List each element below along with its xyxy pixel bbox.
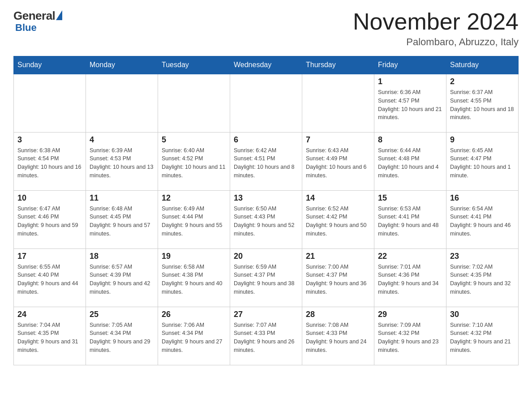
day-number: 2 (450, 77, 515, 86)
week-row-4: 17Sunrise: 6:55 AMSunset: 4:40 PMDayligh… (14, 248, 519, 307)
day-number: 20 (234, 252, 298, 261)
day-number: 1 (378, 77, 442, 86)
day-number: 16 (450, 193, 515, 203)
day-number: 23 (450, 252, 515, 261)
day-info: Sunrise: 6:58 AMSunset: 4:38 PMDaylight:… (162, 263, 226, 296)
day-of-week-thursday: Thursday (302, 56, 374, 74)
day-number: 12 (162, 193, 226, 203)
day-info: Sunrise: 6:57 AMSunset: 4:39 PMDaylight:… (90, 263, 154, 296)
calendar-cell: 14Sunrise: 6:52 AMSunset: 4:42 PMDayligh… (302, 190, 374, 248)
calendar-cell: 19Sunrise: 6:58 AMSunset: 4:38 PMDayligh… (158, 248, 230, 307)
day-info: Sunrise: 7:07 AMSunset: 4:33 PMDaylight:… (234, 321, 298, 355)
logo-blue-text: Blue (15, 22, 37, 34)
calendar-cell: 16Sunrise: 6:54 AMSunset: 4:41 PMDayligh… (446, 190, 519, 248)
day-number: 8 (378, 135, 442, 145)
day-info: Sunrise: 6:37 AMSunset: 4:55 PMDaylight:… (450, 88, 515, 122)
calendar-cell: 2Sunrise: 6:37 AMSunset: 4:55 PMDaylight… (446, 74, 519, 132)
day-number: 27 (234, 310, 298, 319)
day-info: Sunrise: 6:55 AMSunset: 4:40 PMDaylight:… (17, 263, 82, 296)
day-number: 25 (90, 310, 154, 319)
day-of-week-monday: Monday (86, 56, 158, 74)
title-section: November 2024 Palombaro, Abruzzo, Italy (353, 9, 519, 48)
day-info: Sunrise: 7:09 AMSunset: 4:32 PMDaylight:… (378, 321, 442, 355)
day-number: 17 (17, 252, 82, 261)
day-number: 9 (450, 135, 515, 145)
calendar-cell (14, 74, 86, 132)
calendar-body: 1Sunrise: 6:36 AMSunset: 4:57 PMDaylight… (14, 74, 519, 365)
day-number: 11 (90, 193, 154, 203)
day-info: Sunrise: 6:40 AMSunset: 4:52 PMDaylight:… (162, 146, 226, 180)
day-info: Sunrise: 6:59 AMSunset: 4:37 PMDaylight:… (234, 263, 298, 296)
day-info: Sunrise: 6:42 AMSunset: 4:51 PMDaylight:… (234, 146, 298, 180)
day-of-week-tuesday: Tuesday (158, 56, 230, 74)
day-of-week-saturday: Saturday (446, 56, 519, 74)
day-of-week-friday: Friday (374, 56, 446, 74)
day-number: 6 (234, 135, 298, 145)
logo: General Blue (13, 9, 62, 34)
day-number: 18 (90, 252, 154, 261)
week-row-3: 10Sunrise: 6:47 AMSunset: 4:46 PMDayligh… (14, 190, 519, 248)
calendar-cell: 28Sunrise: 7:08 AMSunset: 4:33 PMDayligh… (302, 307, 374, 365)
calendar-cell: 18Sunrise: 6:57 AMSunset: 4:39 PMDayligh… (86, 248, 158, 307)
calendar-cell: 29Sunrise: 7:09 AMSunset: 4:32 PMDayligh… (374, 307, 446, 365)
day-number: 29 (378, 310, 442, 319)
day-info: Sunrise: 7:00 AMSunset: 4:37 PMDaylight:… (306, 263, 370, 296)
day-info: Sunrise: 6:39 AMSunset: 4:53 PMDaylight:… (90, 146, 154, 180)
calendar-cell: 24Sunrise: 7:04 AMSunset: 4:35 PMDayligh… (14, 307, 86, 365)
day-number: 15 (378, 193, 442, 203)
day-info: Sunrise: 7:06 AMSunset: 4:34 PMDaylight:… (162, 321, 226, 355)
day-info: Sunrise: 7:05 AMSunset: 4:34 PMDaylight:… (90, 321, 154, 355)
calendar-cell: 26Sunrise: 7:06 AMSunset: 4:34 PMDayligh… (158, 307, 230, 365)
calendar-cell: 17Sunrise: 6:55 AMSunset: 4:40 PMDayligh… (14, 248, 86, 307)
calendar-cell (86, 74, 158, 132)
calendar-cell: 15Sunrise: 6:53 AMSunset: 4:41 PMDayligh… (374, 190, 446, 248)
week-row-1: 1Sunrise: 6:36 AMSunset: 4:57 PMDaylight… (14, 74, 519, 132)
day-info: Sunrise: 6:53 AMSunset: 4:41 PMDaylight:… (378, 205, 442, 238)
day-info: Sunrise: 7:04 AMSunset: 4:35 PMDaylight:… (17, 321, 82, 355)
calendar-cell: 10Sunrise: 6:47 AMSunset: 4:46 PMDayligh… (14, 190, 86, 248)
day-info: Sunrise: 6:54 AMSunset: 4:41 PMDaylight:… (450, 205, 515, 238)
calendar-cell: 8Sunrise: 6:44 AMSunset: 4:48 PMDaylight… (374, 132, 446, 190)
day-info: Sunrise: 6:43 AMSunset: 4:49 PMDaylight:… (306, 146, 370, 180)
calendar-cell: 9Sunrise: 6:45 AMSunset: 4:47 PMDaylight… (446, 132, 519, 190)
calendar-header: SundayMondayTuesdayWednesdayThursdayFrid… (14, 56, 519, 74)
calendar-cell: 25Sunrise: 7:05 AMSunset: 4:34 PMDayligh… (86, 307, 158, 365)
page-header: General Blue November 2024 Palombaro, Ab… (13, 9, 519, 48)
logo-triangle-icon (56, 10, 62, 20)
day-number: 10 (17, 193, 82, 203)
day-number: 3 (17, 135, 82, 145)
day-number: 4 (90, 135, 154, 145)
calendar-cell (158, 74, 230, 132)
calendar-cell: 13Sunrise: 6:50 AMSunset: 4:43 PMDayligh… (230, 190, 302, 248)
day-info: Sunrise: 7:10 AMSunset: 4:32 PMDaylight:… (450, 321, 515, 355)
day-number: 13 (234, 193, 298, 203)
calendar-cell (302, 74, 374, 132)
day-info: Sunrise: 6:50 AMSunset: 4:43 PMDaylight:… (234, 205, 298, 238)
calendar-table: SundayMondayTuesdayWednesdayThursdayFrid… (13, 56, 519, 365)
calendar-cell (230, 74, 302, 132)
day-info: Sunrise: 7:02 AMSunset: 4:35 PMDaylight:… (450, 263, 515, 296)
day-number: 28 (306, 310, 370, 319)
day-info: Sunrise: 6:48 AMSunset: 4:45 PMDaylight:… (90, 205, 154, 238)
day-info: Sunrise: 6:38 AMSunset: 4:54 PMDaylight:… (17, 146, 82, 180)
month-title: November 2024 (353, 9, 519, 34)
day-number: 30 (450, 310, 515, 319)
day-number: 21 (306, 252, 370, 261)
days-of-week-row: SundayMondayTuesdayWednesdayThursdayFrid… (14, 56, 519, 74)
calendar-cell: 27Sunrise: 7:07 AMSunset: 4:33 PMDayligh… (230, 307, 302, 365)
calendar-cell: 12Sunrise: 6:49 AMSunset: 4:44 PMDayligh… (158, 190, 230, 248)
week-row-5: 24Sunrise: 7:04 AMSunset: 4:35 PMDayligh… (14, 307, 519, 365)
day-number: 22 (378, 252, 442, 261)
calendar-cell: 30Sunrise: 7:10 AMSunset: 4:32 PMDayligh… (446, 307, 519, 365)
day-info: Sunrise: 6:45 AMSunset: 4:47 PMDaylight:… (450, 146, 515, 180)
day-of-week-sunday: Sunday (14, 56, 86, 74)
calendar-cell: 5Sunrise: 6:40 AMSunset: 4:52 PMDaylight… (158, 132, 230, 190)
calendar-cell: 22Sunrise: 7:01 AMSunset: 4:36 PMDayligh… (374, 248, 446, 307)
calendar-cell: 3Sunrise: 6:38 AMSunset: 4:54 PMDaylight… (14, 132, 86, 190)
day-info: Sunrise: 6:52 AMSunset: 4:42 PMDaylight:… (306, 205, 370, 238)
day-info: Sunrise: 6:49 AMSunset: 4:44 PMDaylight:… (162, 205, 226, 238)
day-number: 26 (162, 310, 226, 319)
calendar-cell: 6Sunrise: 6:42 AMSunset: 4:51 PMDaylight… (230, 132, 302, 190)
day-info: Sunrise: 7:01 AMSunset: 4:36 PMDaylight:… (378, 263, 442, 296)
week-row-2: 3Sunrise: 6:38 AMSunset: 4:54 PMDaylight… (14, 132, 519, 190)
